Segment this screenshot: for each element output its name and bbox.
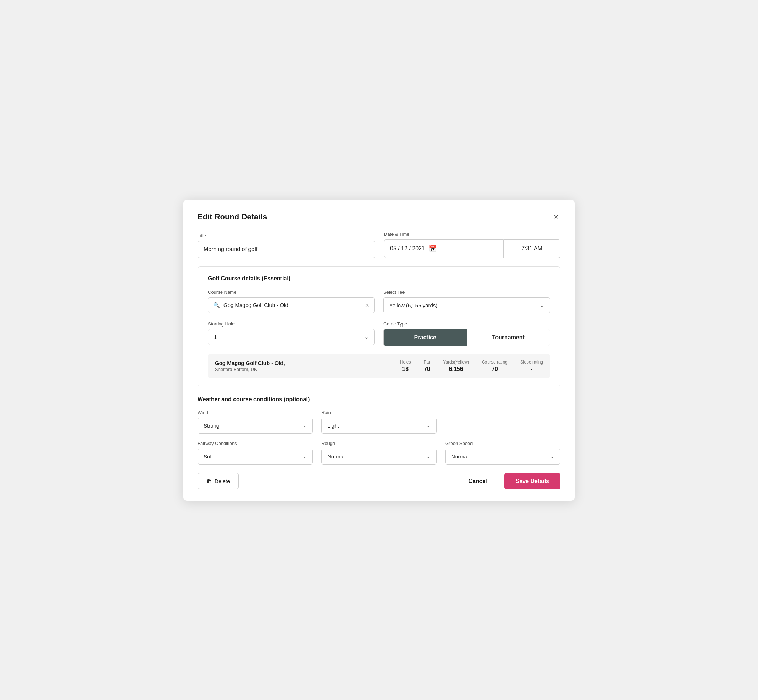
date-time-fields: 05 / 12 / 2021 📅 7:31 AM bbox=[384, 239, 561, 258]
chevron-down-icon-7: ⌄ bbox=[550, 453, 554, 459]
select-tee-label: Select Tee bbox=[383, 289, 550, 295]
date-field[interactable]: 05 / 12 / 2021 📅 bbox=[384, 239, 504, 258]
title-label: Title bbox=[197, 233, 376, 238]
stat-course-rating: Course rating 70 bbox=[482, 359, 507, 372]
course-name-input[interactable] bbox=[224, 302, 362, 308]
stat-par: Par 70 bbox=[424, 359, 431, 372]
select-tee-dropdown[interactable]: Yellow (6,156 yards) ⌄ bbox=[383, 297, 550, 313]
course-info-location: Shelford Bottom, UK bbox=[215, 367, 400, 372]
date-time-label: Date & Time bbox=[384, 231, 561, 237]
stat-yards: Yards(Yellow) 6,156 bbox=[443, 359, 469, 372]
starting-hole-label: Starting Hole bbox=[208, 321, 375, 327]
holes-label: Holes bbox=[400, 359, 411, 364]
course-name-label: Course Name bbox=[208, 289, 375, 295]
select-tee-col: Select Tee Yellow (6,156 yards) ⌄ bbox=[383, 289, 550, 313]
delete-label: Delete bbox=[215, 478, 230, 484]
game-type-col: Game Type Practice Tournament bbox=[383, 321, 550, 346]
modal-header: Edit Round Details × bbox=[197, 212, 561, 222]
par-value: 70 bbox=[424, 366, 430, 372]
weather-row-1: Wind Strong ⌄ Rain Light ⌄ bbox=[197, 410, 561, 434]
footer-right: Cancel Save Details bbox=[461, 473, 561, 489]
chevron-down-icon: ⌄ bbox=[540, 302, 544, 308]
time-field[interactable]: 7:31 AM bbox=[504, 239, 561, 258]
course-stats: Holes 18 Par 70 Yards(Yellow) 6,156 Cour… bbox=[400, 359, 543, 372]
edit-round-modal: Edit Round Details × Title Date & Time 0… bbox=[183, 200, 575, 501]
rough-label: Rough bbox=[321, 441, 437, 446]
trash-icon: 🗑 bbox=[207, 478, 212, 484]
weather-section: Weather and course conditions (optional)… bbox=[197, 396, 561, 464]
rough-dropdown[interactable]: Normal ⌄ bbox=[321, 448, 437, 464]
golf-course-title: Golf Course details (Essential) bbox=[208, 275, 550, 282]
search-icon: 🔍 bbox=[213, 302, 220, 308]
clear-course-icon[interactable]: ✕ bbox=[365, 302, 370, 308]
cancel-button[interactable]: Cancel bbox=[461, 473, 494, 489]
par-label: Par bbox=[424, 359, 431, 364]
tournament-button[interactable]: Tournament bbox=[467, 330, 550, 346]
modal-title: Edit Round Details bbox=[197, 212, 267, 222]
footer-actions: 🗑 Delete Cancel Save Details bbox=[197, 473, 561, 489]
course-info-bar: Gog Magog Golf Club - Old, Shelford Bott… bbox=[208, 354, 550, 378]
title-input[interactable] bbox=[197, 241, 376, 258]
starting-hole-col: Starting Hole 1 ⌄ bbox=[208, 321, 375, 346]
close-button[interactable]: × bbox=[551, 212, 561, 222]
course-name-input-wrapper[interactable]: 🔍 ✕ bbox=[208, 297, 375, 313]
green-speed-col: Green Speed Normal ⌄ bbox=[445, 441, 561, 464]
course-row-1: Course Name 🔍 ✕ Select Tee Yellow (6,156… bbox=[208, 289, 550, 313]
stat-holes: Holes 18 bbox=[400, 359, 411, 372]
top-fields: Title Date & Time 05 / 12 / 2021 📅 7:31 … bbox=[197, 231, 561, 258]
course-info-main: Gog Magog Golf Club - Old, Shelford Bott… bbox=[215, 360, 400, 372]
course-rating-value: 70 bbox=[492, 366, 498, 372]
chevron-down-icon-4: ⌄ bbox=[426, 423, 431, 428]
green-speed-dropdown[interactable]: Normal ⌄ bbox=[445, 448, 561, 464]
chevron-down-icon-3: ⌄ bbox=[302, 423, 307, 428]
wind-dropdown[interactable]: Strong ⌄ bbox=[197, 417, 313, 434]
course-info-name: Gog Magog Golf Club - Old, bbox=[215, 360, 400, 366]
fairway-col: Fairway Conditions Soft ⌄ bbox=[197, 441, 313, 464]
delete-button[interactable]: 🗑 Delete bbox=[197, 473, 239, 489]
slope-rating-label: Slope rating bbox=[520, 359, 543, 364]
course-rating-label: Course rating bbox=[482, 359, 507, 364]
starting-hole-dropdown[interactable]: 1 ⌄ bbox=[208, 329, 375, 345]
wind-col: Wind Strong ⌄ bbox=[197, 410, 313, 434]
select-tee-value: Yellow (6,156 yards) bbox=[389, 302, 437, 308]
save-button[interactable]: Save Details bbox=[504, 473, 561, 489]
holes-value: 18 bbox=[402, 366, 409, 372]
chevron-down-icon-2: ⌄ bbox=[365, 334, 369, 340]
green-speed-value: Normal bbox=[451, 453, 468, 459]
chevron-down-icon-6: ⌄ bbox=[426, 453, 431, 459]
weather-title: Weather and course conditions (optional) bbox=[197, 396, 561, 403]
rain-dropdown[interactable]: Light ⌄ bbox=[321, 417, 437, 434]
chevron-down-icon-5: ⌄ bbox=[302, 453, 307, 459]
rain-label: Rain bbox=[321, 410, 437, 415]
weather-row-2: Fairway Conditions Soft ⌄ Rough Normal ⌄… bbox=[197, 441, 561, 464]
time-value: 7:31 AM bbox=[522, 245, 542, 252]
practice-button[interactable]: Practice bbox=[384, 330, 467, 346]
rough-value: Normal bbox=[327, 453, 345, 459]
game-type-label: Game Type bbox=[383, 321, 550, 327]
fairway-label: Fairway Conditions bbox=[197, 441, 313, 446]
fairway-value: Soft bbox=[204, 453, 213, 459]
game-type-toggle: Practice Tournament bbox=[383, 329, 550, 346]
green-speed-label: Green Speed bbox=[445, 441, 561, 446]
slope-rating-value: - bbox=[531, 366, 532, 372]
date-time-group: Date & Time 05 / 12 / 2021 📅 7:31 AM bbox=[384, 231, 561, 258]
rough-col: Rough Normal ⌄ bbox=[321, 441, 437, 464]
wind-label: Wind bbox=[197, 410, 313, 415]
golf-course-section: Golf Course details (Essential) Course N… bbox=[197, 266, 561, 386]
wind-value: Strong bbox=[204, 423, 219, 429]
starting-hole-value: 1 bbox=[214, 334, 217, 340]
calendar-icon: 📅 bbox=[429, 245, 436, 253]
fairway-dropdown[interactable]: Soft ⌄ bbox=[197, 448, 313, 464]
yards-label: Yards(Yellow) bbox=[443, 359, 469, 364]
stat-slope-rating: Slope rating - bbox=[520, 359, 543, 372]
rain-col: Rain Light ⌄ bbox=[321, 410, 437, 434]
title-group: Title bbox=[197, 233, 376, 258]
course-row-2: Starting Hole 1 ⌄ Game Type Practice Tou… bbox=[208, 321, 550, 346]
course-name-col: Course Name 🔍 ✕ bbox=[208, 289, 375, 313]
yards-value: 6,156 bbox=[449, 366, 464, 372]
rain-value: Light bbox=[327, 423, 339, 429]
date-value: 05 / 12 / 2021 bbox=[390, 245, 425, 252]
